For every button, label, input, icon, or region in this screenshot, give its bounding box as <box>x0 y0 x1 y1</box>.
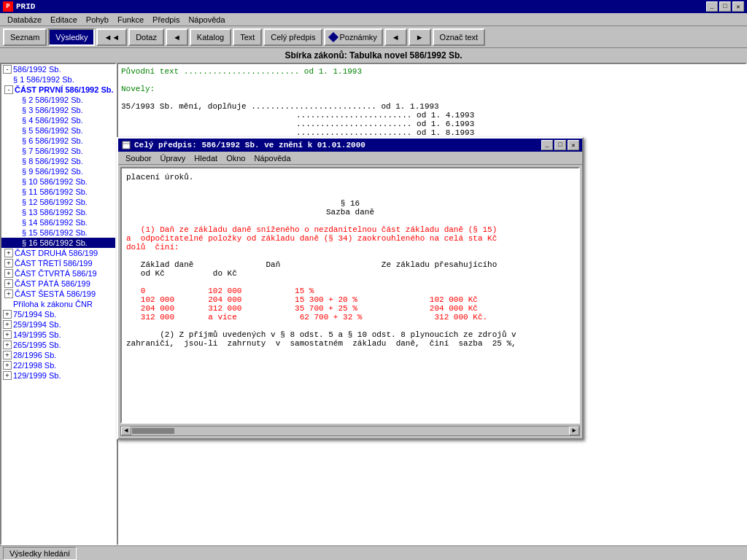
tree-label-9[interactable]: § 7 586/1992 Sb. <box>22 147 83 155</box>
btn-nav-left[interactable]: ◄ <box>384 28 407 46</box>
tree-item-3[interactable]: - ČÁST PRVNÍ 586/1992 Sb. <box>1 85 115 95</box>
tree-label-5[interactable]: § 3 586/1992 Sb. <box>22 106 83 114</box>
close-button[interactable]: ✕ <box>732 1 744 12</box>
hscroll-right-btn[interactable]: ► <box>569 427 579 435</box>
tree-label-27[interactable]: 149/1995 Sb. <box>13 330 61 339</box>
tree-item-6[interactable]: § 4 586/1992 Sb. <box>1 115 115 125</box>
tree-label-20[interactable]: ČÁST TŘETÍ 586/199 <box>15 259 93 268</box>
tree-label-31[interactable]: 129/1999 Sb. <box>13 371 61 380</box>
hscroll-thumb[interactable] <box>131 427 175 435</box>
btn-vysledky[interactable]: Výsledky <box>48 28 95 46</box>
expander-27[interactable]: + <box>3 330 12 339</box>
btn-text[interactable]: Text <box>233 28 262 46</box>
modal-menu-napoveda[interactable]: Nápověda <box>249 153 295 163</box>
maximize-button[interactable]: □ <box>719 1 731 12</box>
tree-item-13[interactable]: § 11 586/1992 Sb. <box>1 187 115 197</box>
tree-item-26[interactable]: + 259/1994 Sb. <box>1 319 115 330</box>
menu-pohyb[interactable]: Pohyb <box>82 15 113 25</box>
tree-label-26[interactable]: 259/1994 Sb. <box>13 320 61 329</box>
expander-21[interactable]: + <box>4 269 13 278</box>
tree-item-29[interactable]: + 28/1996 Sb. <box>1 350 115 360</box>
modal-maximize-btn[interactable]: □ <box>554 140 566 150</box>
tree-label-13[interactable]: § 11 586/1992 Sb. <box>22 187 88 196</box>
expander-19[interactable]: + <box>4 249 13 257</box>
tree-label-2[interactable]: § 1 586/1992 Sb. <box>13 75 74 84</box>
tree-item-24[interactable]: Příloha k zákonu ČNR <box>1 299 115 309</box>
btn-prev[interactable]: ◄ <box>166 28 188 46</box>
btn-poznamky[interactable]: Poznámky <box>324 28 382 46</box>
tree-item-30[interactable]: + 22/1998 Sb. <box>1 360 115 370</box>
tree-label-14[interactable]: § 12 586/1992 Sb. <box>22 198 88 206</box>
tree-item-7[interactable]: § 5 586/1992 Sb. <box>1 125 115 136</box>
expander-25[interactable]: + <box>3 310 12 319</box>
btn-prev-prev[interactable]: ◄◄ <box>96 28 127 46</box>
menu-databaze[interactable]: Databáze <box>3 15 46 25</box>
tree-item-31[interactable]: + 129/1999 Sb. <box>1 370 115 381</box>
tree-label-8[interactable]: § 6 586/1992 Sb. <box>22 136 83 145</box>
tree-label-21[interactable]: ČÁST ČTVRTÁ 586/19 <box>15 269 97 278</box>
modal-hscrollbar[interactable]: ◄ ► <box>120 426 580 436</box>
tree-label-12[interactable]: § 10 586/1992 Sb. <box>22 177 88 186</box>
tree-item-14[interactable]: § 12 586/1992 Sb. <box>1 197 115 207</box>
tree-item-4[interactable]: § 2 586/1992 Sb. <box>1 95 115 105</box>
hscroll-left-btn[interactable]: ◄ <box>121 427 131 435</box>
tree-item-25[interactable]: + 75/1994 Sb. <box>1 309 115 319</box>
tree-item-22[interactable]: + ČÁST PÁTÁ 586/199 <box>1 279 115 289</box>
expander-29[interactable]: + <box>3 351 12 359</box>
modal-content[interactable]: placení úroků. § 16 Sazba daně (1) Daň z… <box>120 167 580 424</box>
tree-label-28[interactable]: 265/1995 Sb. <box>13 341 61 349</box>
tree-item-12[interactable]: § 10 586/1992 Sb. <box>1 176 115 187</box>
modal-menu-soubor[interactable]: Soubor <box>121 153 155 163</box>
tree-label-6[interactable]: § 4 586/1992 Sb. <box>22 116 83 125</box>
tree-label-19[interactable]: ČÁST DRUHÁ 586/199 <box>15 249 98 257</box>
tree-item-16[interactable]: § 14 586/1992 Sb. <box>1 217 115 228</box>
tree-label-18[interactable]: § 16 586/1992 Sb. <box>22 238 88 247</box>
tree-label-4[interactable]: § 2 586/1992 Sb. <box>22 96 83 104</box>
expander-1[interactable]: - <box>3 65 12 74</box>
tree-label-25[interactable]: 75/1994 Sb. <box>13 310 56 319</box>
expander-23[interactable]: + <box>4 289 13 298</box>
tree-label-16[interactable]: § 14 586/1992 Sb. <box>22 218 88 227</box>
tree-label-7[interactable]: § 5 586/1992 Sb. <box>22 126 83 135</box>
tree-label-15[interactable]: § 13 586/1992 Sb. <box>22 208 88 217</box>
tree-label-1[interactable]: 586/1992 Sb. <box>13 65 61 74</box>
tree-item-9[interactable]: § 7 586/1992 Sb. <box>1 146 115 156</box>
modal-close-btn[interactable]: ✕ <box>568 140 579 150</box>
tree-label-3[interactable]: ČÁST PRVNÍ 586/1992 Sb. <box>15 85 114 94</box>
tree-panel[interactable]: - 586/1992 Sb. § 1 586/1992 Sb. - ČÁST P… <box>0 63 117 545</box>
tree-label-17[interactable]: § 15 586/1992 Sb. <box>22 228 88 237</box>
tree-label-22[interactable]: ČÁST PÁTÁ 586/199 <box>15 279 90 288</box>
tree-item-10[interactable]: § 8 586/1992 Sb. <box>1 156 115 166</box>
tree-item-2[interactable]: § 1 586/1992 Sb. <box>1 74 115 85</box>
tree-item-20[interactable]: + ČÁST TŘETÍ 586/199 <box>1 258 115 268</box>
tree-item-11[interactable]: § 9 586/1992 Sb. <box>1 166 115 176</box>
minimize-button[interactable]: _ <box>706 1 718 12</box>
tree-item-21[interactable]: + ČÁST ČTVRTÁ 586/19 <box>1 268 115 279</box>
tree-item-15[interactable]: § 13 586/1992 Sb. <box>1 207 115 217</box>
menu-predpis[interactable]: Předpis <box>148 15 184 25</box>
modal-minimize-btn[interactable]: _ <box>541 140 553 150</box>
tree-item-19[interactable]: + ČÁST DRUHÁ 586/199 <box>1 248 115 258</box>
expander-3[interactable]: - <box>4 85 13 94</box>
tree-label-29[interactable]: 28/1996 Sb. <box>13 351 56 359</box>
tree-item-1[interactable]: - 586/1992 Sb. <box>1 64 115 74</box>
expander-22[interactable]: + <box>4 279 13 288</box>
tree-label-10[interactable]: § 8 586/1992 Sb. <box>22 157 83 166</box>
menu-editace[interactable]: Editace <box>46 15 82 25</box>
btn-nav-right[interactable]: ► <box>409 28 431 46</box>
tree-item-8[interactable]: § 6 586/1992 Sb. <box>1 136 115 146</box>
tree-label-11[interactable]: § 9 586/1992 Sb. <box>22 167 83 176</box>
menu-funkce[interactable]: Funkce <box>113 15 148 25</box>
tree-label-24[interactable]: Příloha k zákonu ČNR <box>13 300 93 308</box>
expander-26[interactable]: + <box>3 320 12 329</box>
btn-seznam[interactable]: Seznam <box>3 28 47 46</box>
expander-20[interactable]: + <box>4 259 13 268</box>
modal-menu-okno[interactable]: Okno <box>222 153 249 163</box>
tree-label-23[interactable]: ČÁST ŠESTÁ 586/199 <box>15 289 96 298</box>
btn-oznac-text[interactable]: Označ text <box>433 28 486 46</box>
expander-28[interactable]: + <box>3 341 12 349</box>
tree-item-27[interactable]: + 149/1995 Sb. <box>1 330 115 340</box>
modal-menu-hledat[interactable]: Hledat <box>190 153 222 163</box>
tree-item-18[interactable]: § 16 586/1992 Sb. <box>1 238 115 248</box>
expander-30[interactable]: + <box>3 361 12 370</box>
